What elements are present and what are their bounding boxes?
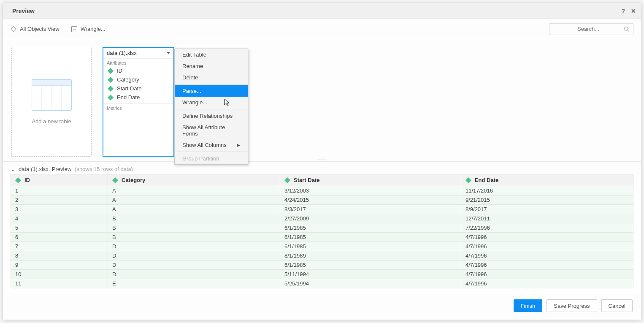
search-icon [624,26,630,32]
table-cell: 3/12/2003 [280,186,461,195]
attribute-diamond-icon [284,177,290,183]
wrangle-icon [71,26,77,32]
table-cell: 11/17/2016 [461,186,633,195]
table-cell: A [108,186,280,195]
table-card-header[interactable]: data (1).xlsx [103,48,173,59]
column-header[interactable]: Category [108,174,280,186]
attribute-item[interactable]: Category [105,75,172,84]
table-cell: 8 [11,251,108,261]
menu-define-relationships[interactable]: Define Relationships [175,110,248,122]
all-objects-label: All Objects View [20,26,60,32]
menu-show-all-attribute-forms[interactable]: Show All Attribute Forms [175,122,248,139]
table-cell: 6/1/1985 [280,261,461,270]
table-row[interactable]: 9D6/1/19854/7/1996 [11,261,633,270]
table-cell: B [108,223,280,233]
table-cell: 6/1/1985 [280,223,461,233]
table-cell: 6 [11,233,108,242]
preview-table-wrapper: IDCategoryStart DateEnd Date 1A3/12/2003… [3,174,641,293]
table-cell: 6/1/1985 [280,233,461,242]
table-cell: 12/7/2011 [461,214,633,223]
collapse-caret[interactable]: ⌄ [11,166,15,172]
table-cell: 7/22/1996 [461,223,633,233]
menu-parse[interactable]: Parse... [175,85,248,97]
preview-strip: ⌄ data (1).xlsx Preview (shows 15 rows o… [3,162,641,174]
table-cell: D [108,261,280,270]
preview-modal: Preview ? ✕ All Objects View Wrangle... [3,3,641,320]
table-cell: E [108,279,280,288]
table-cell: 2/27/2009 [280,214,461,223]
column-header[interactable]: ID [11,174,108,186]
attribute-item[interactable]: ID [105,66,172,75]
close-button[interactable]: ✕ [631,8,636,14]
finish-button[interactable]: Finish [514,299,543,312]
table-row[interactable]: 7D6/1/19854/7/1996 [11,242,633,251]
attribute-diamond-icon [112,177,118,183]
attribute-label: ID [117,68,122,74]
attribute-label: Start Date [117,85,142,92]
wrangle-button[interactable]: Wrangle... [71,26,106,32]
table-cell: 4/7/1996 [461,279,633,288]
workspace: Add a new table data (1).xlsx Attributes… [3,39,641,162]
all-objects-view-button[interactable]: All Objects View [11,26,60,32]
table-cell: 4/7/1996 [461,261,633,270]
svg-point-0 [625,27,628,30]
help-button[interactable]: ? [621,8,625,14]
table-cell: A [108,205,280,214]
menu-show-all-columns[interactable]: Show All Columns▶ [175,139,248,151]
column-label: End Date [475,177,498,183]
panel-resize-handle[interactable] [316,159,328,162]
table-cell: 4/7/1996 [461,270,633,279]
table-cell: B [108,233,280,242]
attributes-section-label: Attributes [103,59,173,66]
table-cell: B [108,214,280,223]
menu-delete[interactable]: Delete [175,72,248,83]
table-cell: 6/1/1985 [280,242,461,251]
footer: Finish Save Progress Cancel [3,293,641,320]
menu-rename[interactable]: Rename [175,60,248,72]
menu-wrangle[interactable]: Wrangle... [175,97,248,108]
preview-label: Preview [52,166,71,172]
table-row[interactable]: 4B2/27/200912/7/2011 [11,214,633,223]
table-cell: 4/7/1996 [461,242,633,251]
table-cell: 4/7/1996 [461,251,633,261]
toolbar: All Objects View Wrangle... [3,19,641,39]
table-cell: 3 [11,205,108,214]
column-header[interactable]: End Date [461,174,633,186]
table-cell: 11 [11,279,108,288]
table-row[interactable]: 11E5/25/19944/7/1996 [11,279,633,288]
chevron-down-icon[interactable] [167,52,170,54]
context-menu: Edit Table Rename Delete Parse... Wrangl… [174,49,248,165]
table-row[interactable]: 10D5/11/19944/7/1996 [11,270,633,279]
table-cell: 4/7/1996 [461,233,633,242]
preview-rows-hint: (shows 15 rows of data) [75,166,133,172]
table-icon [32,79,72,111]
save-progress-button[interactable]: Save Progress [547,299,597,312]
table-card[interactable]: data (1).xlsx Attributes IDCategoryStart… [103,47,174,157]
table-cell: D [108,251,280,261]
column-header[interactable]: Start Date [280,174,461,186]
cancel-button[interactable]: Cancel [601,299,633,312]
table-cell: 5/25/1994 [280,279,461,288]
table-cell: 1 [11,186,108,195]
table-row[interactable]: 6B6/1/19854/7/1996 [11,233,633,242]
table-row[interactable]: 8D8/1/19894/7/1996 [11,251,633,261]
svg-line-1 [628,30,629,31]
table-cell: 5 [11,223,108,233]
attribute-item[interactable]: Start Date [105,84,172,93]
search-box[interactable] [549,23,633,35]
table-cell: D [108,242,280,251]
table-row[interactable]: 2A4/24/20159/21/2015 [11,195,633,205]
table-row[interactable]: 5B6/1/19857/22/1996 [11,223,633,233]
table-cell: 8/9/2017 [461,205,633,214]
attribute-diamond-icon [108,85,114,91]
attribute-item[interactable]: End Date [105,93,172,102]
table-cell: 4/24/2015 [280,195,461,205]
table-row[interactable]: 1A3/12/200311/17/2016 [11,186,633,195]
attribute-diamond-icon [108,76,114,82]
add-new-table-button[interactable]: Add a new table [11,47,92,157]
search-input[interactable] [553,26,624,32]
table-row[interactable]: 3A8/3/20178/9/2017 [11,205,633,214]
table-cell: 9/21/2015 [461,195,633,205]
menu-edit-table[interactable]: Edit Table [175,49,248,60]
column-label: ID [24,177,30,183]
